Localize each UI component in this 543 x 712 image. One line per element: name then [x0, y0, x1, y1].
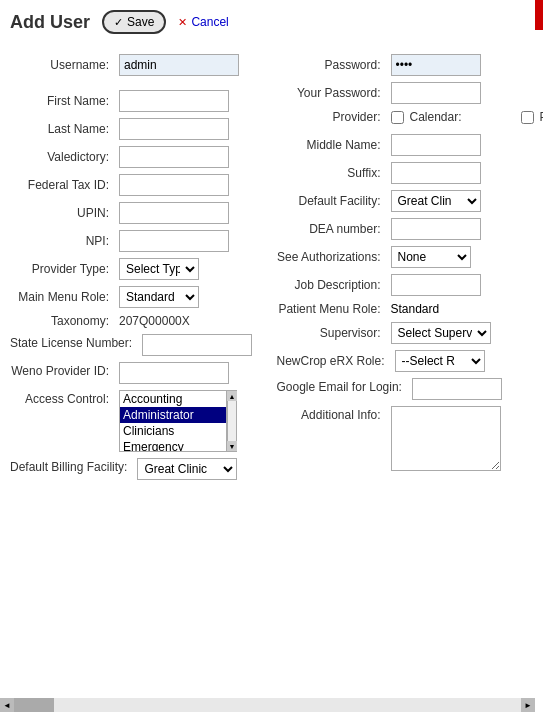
newcrop-row: NewCrop eRX Role: --Select R — [277, 350, 534, 372]
middlename-label: Middle Name: — [277, 138, 387, 152]
mainmenurole-row: Main Menu Role: Standard — [10, 286, 267, 308]
calendar-checkbox[interactable] — [521, 111, 534, 124]
lastname-label: Last Name: — [10, 122, 115, 136]
username-input[interactable] — [119, 54, 239, 76]
save-label: Save — [127, 15, 154, 29]
scroll-left-arrow[interactable]: ◄ — [0, 698, 14, 712]
federaltaxid-row: Federal Tax ID: — [10, 174, 267, 196]
middlename-row: Middle Name: — [277, 134, 534, 156]
dea-input[interactable] — [391, 218, 481, 240]
federaltaxid-input[interactable] — [119, 174, 229, 196]
defaultfacility-select[interactable]: Great Clin — [391, 190, 481, 212]
taxonomy-value: 207Q00000X — [119, 314, 190, 328]
federaltaxid-label: Federal Tax ID: — [10, 178, 115, 192]
supervisor-row: Supervisor: Select Superv — [277, 322, 534, 344]
password-label: Password: — [277, 58, 387, 72]
defaultbilling-row: Default Billing Facility: Great Clinic — [10, 458, 267, 480]
newcrop-label: NewCrop eRX Role: — [277, 354, 391, 368]
taxonomy-row: Taxonomy: 207Q00000X — [10, 314, 267, 328]
portal-checkbox-label: Portal: — [540, 110, 544, 124]
suffix-input[interactable] — [391, 162, 481, 184]
middlename-input[interactable] — [391, 134, 481, 156]
dea-row: DEA number: — [277, 218, 534, 240]
scroll-thumb[interactable] — [14, 698, 54, 712]
firstname-row: First Name: — [10, 90, 267, 112]
list-item[interactable]: Clinicians — [120, 423, 226, 439]
mainmenurole-label: Main Menu Role: — [10, 290, 115, 304]
supervisor-select[interactable]: Select Superv — [391, 322, 491, 344]
valedictory-label: Valedictory: — [10, 150, 115, 164]
firstname-label: First Name: — [10, 94, 115, 108]
npi-input[interactable] — [119, 230, 229, 252]
defaultfacility-label: Default Facility: — [277, 194, 387, 208]
header-bar: Add User ✓ Save ✕ Cancel — [10, 10, 533, 40]
additionalinfo-textarea[interactable] — [391, 406, 501, 471]
red-corner-decoration — [535, 0, 543, 30]
provider-label: Provider: — [277, 110, 387, 124]
scroll-down-arrow[interactable]: ▼ — [227, 441, 237, 451]
patientmenurole-value: Standard — [391, 302, 440, 316]
supervisor-label: Supervisor: — [277, 326, 387, 340]
statelicense-input[interactable] — [142, 334, 252, 356]
password-row: Password: — [277, 54, 534, 76]
list-item-selected[interactable]: Administrator — [120, 407, 226, 423]
password-input[interactable] — [391, 54, 481, 76]
seeauth-select[interactable]: None — [391, 246, 471, 268]
patientmenurole-label: Patient Menu Role: — [277, 302, 387, 316]
cancel-button[interactable]: ✕ Cancel — [178, 15, 228, 29]
provider-checkboxes-row: Provider: Calendar: Portal: — [277, 110, 534, 124]
left-column: Username: First Name: Last Name: Valedic… — [10, 54, 267, 486]
wenoprovider-input[interactable] — [119, 362, 229, 384]
access-listbox[interactable]: Accounting Administrator Clinicians Emer… — [119, 390, 227, 452]
page-title: Add User — [10, 12, 90, 33]
googleemail-label: Google Email for Login: — [277, 378, 408, 394]
right-column: Password: Your Password: Provider: Calen… — [277, 54, 534, 486]
defaultbilling-select[interactable]: Great Clinic — [137, 458, 237, 480]
lastname-input[interactable] — [119, 118, 229, 140]
checkbox-group: Calendar: Portal: — [391, 110, 544, 124]
valedictory-input[interactable] — [119, 146, 229, 168]
wenoprovider-row: Weno Provider ID: — [10, 362, 267, 384]
googleemail-input[interactable] — [412, 378, 502, 400]
save-button[interactable]: ✓ Save — [102, 10, 166, 34]
form-container: Username: First Name: Last Name: Valedic… — [10, 54, 533, 486]
lastname-row: Last Name: — [10, 118, 267, 140]
npi-label: NPI: — [10, 234, 115, 248]
accesscontrol-label: Access Control: — [10, 390, 115, 406]
statelicense-label: State License Number: — [10, 334, 138, 350]
jobdesc-row: Job Description: — [277, 274, 534, 296]
statelicense-row: State License Number: — [10, 334, 267, 356]
upin-input[interactable] — [119, 202, 229, 224]
scroll-track — [228, 401, 236, 441]
provider-checkbox[interactable] — [391, 111, 404, 124]
check-icon: ✓ — [114, 16, 123, 29]
additionalinfo-label: Additional Info: — [277, 406, 387, 422]
defaultbilling-label: Default Billing Facility: — [10, 458, 133, 474]
x-icon: ✕ — [178, 16, 187, 29]
yourpassword-input[interactable] — [391, 82, 481, 104]
scroll-right-arrow[interactable]: ► — [521, 698, 535, 712]
additionalinfo-row: Additional Info: — [277, 406, 534, 471]
scroll-up-arrow[interactable]: ▲ — [227, 391, 237, 401]
access-control-container: Accounting Administrator Clinicians Emer… — [119, 390, 237, 452]
yourpassword-label: Your Password: — [277, 86, 387, 100]
suffix-row: Suffix: — [277, 162, 534, 184]
npi-row: NPI: — [10, 230, 267, 252]
username-row: Username: — [10, 54, 267, 76]
newcrop-select[interactable]: --Select R — [395, 350, 485, 372]
providertype-label: Provider Type: — [10, 262, 115, 276]
calendar-checkbox-label: Calendar: — [410, 110, 515, 124]
providertype-select[interactable]: Select Typ — [119, 258, 199, 280]
yourpassword-row: Your Password: — [277, 82, 534, 104]
patientmenurole-row: Patient Menu Role: Standard — [277, 302, 534, 316]
firstname-input[interactable] — [119, 90, 229, 112]
list-item[interactable]: Emergency — [120, 439, 226, 452]
mainmenurole-select[interactable]: Standard — [119, 286, 199, 308]
jobdesc-input[interactable] — [391, 274, 481, 296]
scroll-track[interactable] — [14, 698, 521, 712]
seeauth-label: See Authorizations: — [277, 250, 387, 264]
list-item[interactable]: Accounting — [120, 391, 226, 407]
googleemail-row: Google Email for Login: — [277, 378, 534, 400]
wenoprovider-label: Weno Provider ID: — [10, 362, 115, 378]
accesscontrol-row: Access Control: Accounting Administrator… — [10, 390, 267, 452]
